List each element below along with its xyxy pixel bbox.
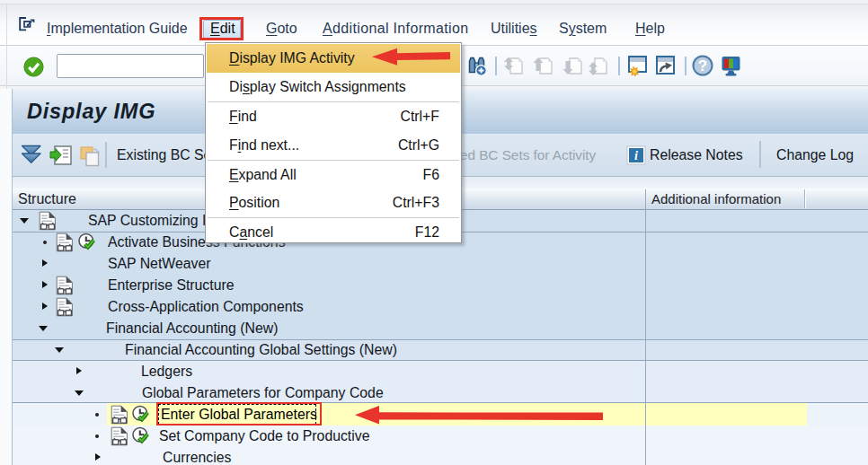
svg-text:?: ? [698,57,707,75]
svg-text:i: i [634,149,638,162]
